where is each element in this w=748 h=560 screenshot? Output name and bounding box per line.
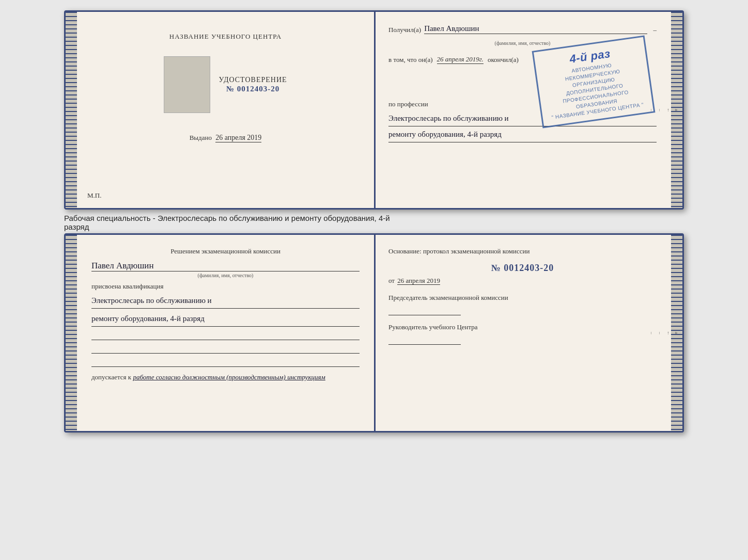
bottom-page-left: Решением экзаменационной комиссии Павел … (77, 235, 374, 431)
center-title-top: НАЗВАНИЕ УЧЕБНОГО ЦЕНТРА (169, 33, 282, 41)
chairman-signature-line (388, 315, 461, 315)
person-name-bottom: Павел Авдюшин (91, 261, 360, 271)
person-name-top: Павел Авдюшин (424, 24, 647, 34)
description-text: Рабочая специальность - Электрослесарь п… (64, 214, 684, 231)
assigned-label: присвоена квалификация (91, 282, 360, 291)
basis-date: от 26 апреля 2019 (388, 277, 657, 285)
issued-date: 26 апреля 2019 (215, 134, 261, 142)
admitted-text: работе согласно должностным (производств… (133, 373, 325, 381)
head-signature-line (388, 344, 461, 345)
admitted-label: допускается к работе согласно должностны… (91, 373, 360, 381)
decision-label: Решением экзаменационной комиссии (91, 247, 360, 255)
photo-placeholder (164, 56, 210, 113)
basis-label: Основание: протокол экзаменационной коми… (388, 247, 657, 255)
qual-line2: ремонту оборудования, 4-й разряд (91, 311, 360, 327)
empty-line-2 (91, 342, 360, 354)
bottom-booklet: Решением экзаменационной комиссии Павел … (64, 233, 684, 433)
basis-number: № 0012403-20 (388, 263, 657, 274)
name-hint-bottom: (фамилия, имя, отчество) (91, 273, 360, 278)
cert-number: № 0012403-20 (226, 85, 279, 93)
chairman-label: Председатель экзаменационной комиссии (388, 293, 657, 302)
spine-right-bottom: – – и а ← – – (671, 235, 682, 431)
head-label: Руководитель учебного Центра (388, 323, 657, 332)
qual-line1: Электрослесарь по обслуживанию и (91, 293, 360, 309)
finished-label: окончил(а) (488, 56, 519, 64)
issued-line: Выдано 26 апреля 2019 (190, 134, 262, 142)
cert-label: УДОСТОВЕРЕНИЕ (219, 76, 287, 84)
cert-title-block: УДОСТОВЕРЕНИЕ № 0012403-20 (219, 76, 287, 93)
document-wrapper: НАЗВАНИЕ УЧЕБНОГО ЦЕНТРА УДОСТОВЕРЕНИЕ №… (64, 10, 684, 433)
top-booklet: НАЗВАНИЕ УЧЕБНОГО ЦЕНТРА УДОСТОВЕРЕНИЕ №… (64, 10, 684, 210)
received-field: Получил(а) Павел Авдюшин – (388, 24, 657, 34)
received-label: Получил(а) (388, 26, 421, 34)
empty-line-3 (91, 356, 360, 367)
basis-date-value: 26 апреля 2019 (397, 277, 440, 285)
page-left-top: НАЗВАНИЕ УЧЕБНОГО ЦЕНТРА УДОСТОВЕРЕНИЕ №… (77, 12, 374, 208)
mp-label: М.П. (87, 191, 101, 200)
in-that-label: в том, что он(а) (388, 56, 433, 64)
profession-line2-top: ремонту оборудования, 4-й разряд (388, 126, 657, 142)
stamp-overlay: 4-й раз АВТОНОМНУЮ НЕКОММЕРЧЕСКУЮ ОРГАНИ… (532, 35, 656, 128)
bottom-page-right: Основание: протокол экзаменационной коми… (374, 235, 671, 431)
spine-left-top (66, 12, 77, 208)
date-label-top: 26 апреля 2019г. (437, 55, 484, 64)
desc-line1: Рабочая специальность - Электрослесарь п… (64, 214, 390, 222)
spine-left-bottom (66, 235, 77, 431)
spine-right-top: – – и а ← – – (671, 12, 682, 208)
desc-line2: разряд (64, 222, 89, 231)
page-right-top: Получил(а) Павел Авдюшин – (фамилия, имя… (374, 12, 671, 208)
empty-line-1 (91, 329, 360, 340)
